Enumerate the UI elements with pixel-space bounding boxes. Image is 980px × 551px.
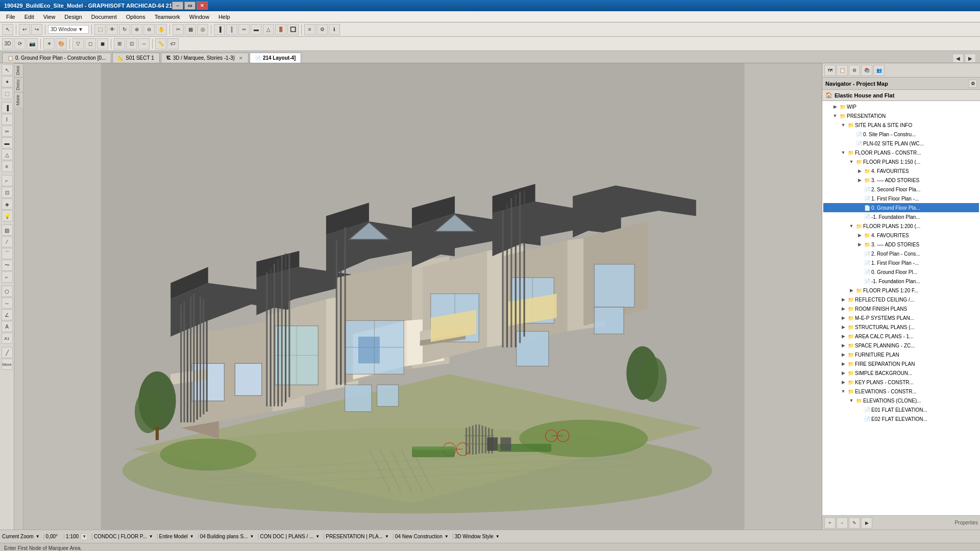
tree-item-firesep[interactable]: ▶ 📁 FIRE SEPARATION PLAN bbox=[823, 359, 979, 368]
view-btn[interactable]: 👁 bbox=[107, 24, 118, 35]
restore-button[interactable]: ▭ bbox=[184, 2, 195, 10]
status-newconst[interactable]: 04 New Construction ▼ bbox=[395, 534, 453, 539]
expand-icon[interactable]: ▶ bbox=[840, 323, 847, 331]
menu-document[interactable]: Document bbox=[87, 13, 121, 21]
expand-icon[interactable]: ▶ bbox=[840, 342, 847, 349]
tree-item-fp150[interactable]: ▼ 📁 FLOOR PLANS 1:150 (... bbox=[823, 157, 979, 166]
layer-btn[interactable]: ≡ bbox=[304, 24, 315, 35]
viewport[interactable] bbox=[23, 63, 822, 530]
tab-ground-floor[interactable]: 📋 0. Ground Floor Plan - Construction [0… bbox=[2, 53, 111, 63]
tree-item-elevations[interactable]: ▼ 📁 ELEVATIONS - CONSTR... bbox=[823, 387, 979, 396]
expand-icon[interactable]: ▼ bbox=[840, 388, 847, 395]
beam-tool[interactable]: ═ bbox=[2, 126, 13, 137]
tree-item-keyplans[interactable]: ▶ 📁 KEY PLANS - CONSTR... bbox=[823, 378, 979, 387]
door-tool[interactable]: ⌐ bbox=[2, 175, 13, 186]
line-style-tool[interactable]: ╱ bbox=[2, 347, 13, 358]
text-a1-tool[interactable]: A1 bbox=[2, 333, 13, 344]
expand-icon[interactable]: ▶ bbox=[840, 351, 847, 358]
object-tool[interactable]: ◈ bbox=[2, 198, 13, 210]
expand-icon[interactable]: ▶ bbox=[856, 241, 863, 248]
column-btn[interactable]: ║ bbox=[226, 24, 237, 35]
door-btn[interactable]: 🚪 bbox=[275, 24, 286, 35]
menu-teamwork[interactable]: Teamwork bbox=[151, 13, 184, 21]
sun-btn[interactable]: ☀ bbox=[43, 38, 55, 49]
arc-tool[interactable]: ⌒ bbox=[2, 248, 13, 259]
expand-icon[interactable]: ▼ bbox=[840, 121, 847, 129]
status-buildingplans[interactable]: 04 Building plans S... ▼ bbox=[200, 534, 259, 539]
section-btn[interactable]: ✂ bbox=[173, 24, 184, 35]
tree-item-fp150-gnd[interactable]: 📄 0. Ground Floor Pla... bbox=[823, 203, 979, 212]
expand-icon[interactable]: ▶ bbox=[840, 369, 847, 377]
status-windowstyle[interactable]: 3D Window Style ▼ bbox=[455, 534, 504, 539]
marquee-btn[interactable]: ⬚ bbox=[94, 24, 106, 35]
menu-window[interactable]: Window bbox=[185, 13, 213, 21]
expand-icon[interactable]: ▼ bbox=[848, 397, 855, 404]
pan-btn[interactable]: ✋ bbox=[156, 24, 167, 35]
expand-icon[interactable]: ▶ bbox=[856, 167, 863, 174]
navigator-tree[interactable]: ▶ 📁 WIP ▼ 📁 PRESENTATION ▼ 📁 SITE PLAN &… bbox=[822, 101, 980, 515]
tree-item-furniture[interactable]: ▶ 📁 FURNITURE PLAN bbox=[823, 350, 979, 359]
tree-item-fp150-2nd[interactable]: 📄 2. Second Floor Pla... bbox=[823, 185, 979, 194]
status-condoc2[interactable]: CON DOC | PLANS / ... ▼ bbox=[260, 534, 325, 539]
attr-btn[interactable]: ⚙ bbox=[316, 24, 328, 35]
menu-edit[interactable]: Edit bbox=[20, 13, 38, 21]
expand-icon[interactable]: ▶ bbox=[840, 305, 847, 312]
label-btn[interactable]: 🏷 bbox=[167, 38, 179, 49]
line-tool[interactable]: ∕ bbox=[2, 236, 13, 247]
tab-section[interactable]: 📐 S01 SECT 1 bbox=[112, 53, 159, 63]
library-icon[interactable]: 📚 bbox=[861, 65, 872, 76]
tree-item-reflected[interactable]: ▶ 📁 REFLECTED CEILING /... bbox=[823, 295, 979, 304]
beam-btn[interactable]: ═ bbox=[238, 24, 250, 35]
expand-icon[interactable]: ▶ bbox=[856, 232, 863, 239]
lamp-tool[interactable]: 💡 bbox=[2, 210, 13, 221]
properties-icon[interactable]: ⚙ bbox=[849, 65, 860, 76]
tree-item-fp200[interactable]: ▼ 📁 FLOOR PLANS 1:200 (... bbox=[823, 221, 979, 231]
menu-view[interactable]: View bbox=[39, 13, 60, 21]
text-tool[interactable]: A bbox=[2, 321, 13, 332]
slab-btn[interactable]: ▬ bbox=[251, 24, 262, 35]
panel-btn-3[interactable]: ✎ bbox=[849, 517, 860, 529]
wall-btn[interactable]: ▐ bbox=[214, 24, 225, 35]
tree-item-spaceplanning[interactable]: ▶ 📁 SPACE PLANNING - ZC... bbox=[823, 341, 979, 350]
minimize-button[interactable]: ─ bbox=[172, 2, 183, 10]
zoom-out-btn[interactable]: ⊖ bbox=[143, 24, 155, 35]
expand-icon[interactable]: ▶ bbox=[840, 379, 847, 386]
expand-icon[interactable]: ▼ bbox=[840, 149, 847, 156]
zoom-dropdown-icon[interactable]: ▼ bbox=[36, 534, 40, 539]
orbit-btn[interactable]: ⟳ bbox=[14, 38, 26, 49]
tree-item-fp150-1st[interactable]: 📄 1. First Floor Plan -... bbox=[823, 194, 979, 203]
tree-item-siteplan[interactable]: ▼ 📁 SITE PLAN & SITE INFO bbox=[823, 120, 979, 130]
menu-design[interactable]: Design bbox=[60, 13, 86, 21]
rotate-btn[interactable]: ↻ bbox=[119, 24, 130, 35]
scale-dropdown[interactable]: ▼ bbox=[81, 533, 88, 540]
arrow-tool-btn[interactable]: ↖ bbox=[2, 24, 13, 35]
expand-icon[interactable]: ▼ bbox=[848, 158, 855, 165]
camera-btn[interactable]: 📷 bbox=[27, 38, 38, 49]
active-window-label[interactable]: 3D Window ▼ bbox=[48, 25, 89, 34]
status-model[interactable]: Entire Model ▼ bbox=[159, 534, 199, 539]
panel-btn-4[interactable]: ▶ bbox=[861, 517, 872, 529]
slab-tool[interactable]: ▬ bbox=[2, 137, 13, 148]
marquee-tool[interactable]: ⬚ bbox=[2, 88, 13, 99]
undo-btn[interactable]: ↩ bbox=[19, 24, 30, 35]
panel-btn-2[interactable]: − bbox=[837, 517, 848, 529]
tree-item-fp200-1st[interactable]: 📄 1. First Floor Plan -... bbox=[823, 258, 979, 267]
detail-btn[interactable]: ◎ bbox=[197, 24, 208, 35]
menu-help[interactable]: Help bbox=[214, 13, 234, 21]
tree-item-structural[interactable]: ▶ 📁 STRUCTURAL PLANS (... bbox=[823, 322, 979, 332]
tree-item-e01[interactable]: 📄 E01 FLAT ELEVATION... bbox=[823, 405, 979, 414]
tree-item-e02[interactable]: 📄 E02 FLAT ELEVATION... bbox=[823, 414, 979, 423]
menu-options[interactable]: Options bbox=[122, 13, 150, 21]
tree-item-fp200-add[interactable]: ▶ 📁 3. ---- ADD STORIES bbox=[823, 240, 979, 249]
spline-tool[interactable]: 〜 bbox=[2, 260, 13, 271]
status-presentation[interactable]: PRESENTATION | PLA... ▼ bbox=[326, 534, 394, 539]
tree-item-mep[interactable]: ▶ 📁 M-E-P SYSTEMS PLAN... bbox=[823, 313, 979, 322]
redo-btn[interactable]: ↪ bbox=[31, 24, 42, 35]
stair-tool[interactable]: ≡ bbox=[2, 161, 13, 172]
status-condoc[interactable]: CONDOC | FLOOR P... ▼ bbox=[94, 534, 157, 539]
tab-close-btn[interactable]: ✕ bbox=[239, 56, 243, 61]
tree-item-presentation[interactable]: ▼ 📁 PRESENTATION bbox=[823, 111, 979, 120]
tree-item-fp150-add[interactable]: ▶ 📁 3. ---- ADD STORIES bbox=[823, 176, 979, 185]
measure-btn[interactable]: 📏 bbox=[155, 38, 166, 49]
tree-item-elev-clone[interactable]: ▼ 📁 ELEVATIONS (CLONE)... bbox=[823, 396, 979, 405]
